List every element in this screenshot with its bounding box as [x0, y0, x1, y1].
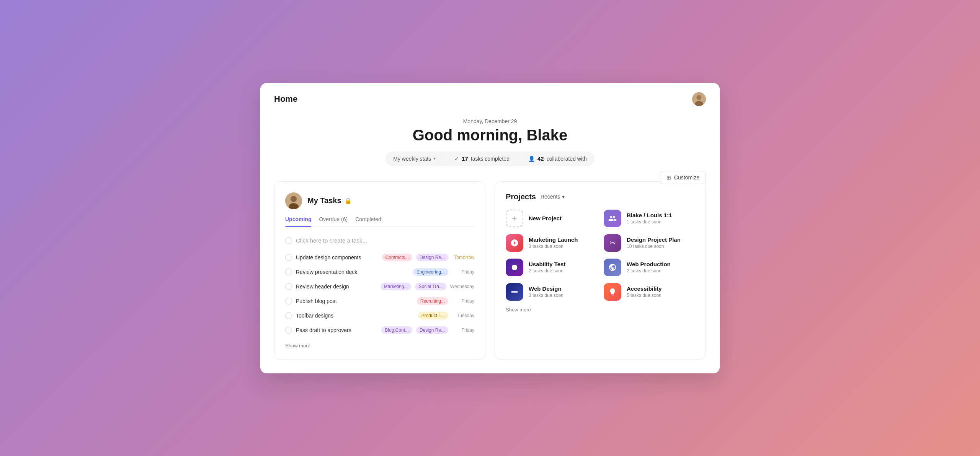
- project-name: Web Production: [627, 261, 671, 267]
- weekly-stats-dropdown[interactable]: My weekly stats ▾: [393, 156, 436, 162]
- task-name: Review header design: [296, 283, 377, 290]
- weekly-stats-label: My weekly stats: [393, 156, 431, 162]
- project-tasks-label: 10 tasks due soon: [627, 244, 681, 249]
- task-tag[interactable]: Marketing...: [381, 283, 412, 290]
- tasks-completed-label: tasks completed: [471, 156, 510, 162]
- task-checkbox[interactable]: [285, 283, 292, 290]
- project-info: Usability Test2 tasks due soon: [529, 261, 565, 274]
- task-tag[interactable]: Design Re...: [416, 326, 448, 334]
- task-row[interactable]: Pass draft to approversBlog Cont...Desig…: [285, 323, 474, 337]
- create-task-input[interactable]: Click here to create a task...: [285, 233, 474, 248]
- task-name: Review presentation deck: [296, 269, 409, 275]
- project-item[interactable]: Usability Test2 tasks due soon: [506, 259, 597, 276]
- task-tag[interactable]: Contracts...: [382, 254, 412, 261]
- task-tag[interactable]: Social Tra...: [415, 283, 446, 290]
- project-item[interactable]: +New Project: [506, 210, 597, 227]
- my-tasks-title-row: My Tasks 🔒: [307, 196, 352, 205]
- task-list: Update design componentsContracts...Desi…: [285, 250, 474, 337]
- task-due-date: Tuesday: [452, 313, 474, 318]
- projects-panel: Projects Recents ▾ +New ProjectBlake / L…: [495, 181, 706, 360]
- chevron-down-icon: ▾: [433, 156, 436, 161]
- svg-point-6: [512, 264, 518, 270]
- project-icon: ✂: [604, 234, 621, 252]
- lock-icon: 🔒: [345, 197, 352, 204]
- task-row[interactable]: Review header designMarketing...Social T…: [285, 279, 474, 294]
- task-row[interactable]: Publish blog postRecruiting...Friday: [285, 294, 474, 308]
- project-name: New Project: [529, 215, 562, 221]
- project-name: Usability Test: [529, 261, 565, 267]
- project-item[interactable]: Blake / Louis 1:11 tasks due soon: [604, 210, 695, 227]
- projects-show-more[interactable]: Show more: [506, 307, 695, 313]
- collaborated-stat: 👤 42 collaborated with: [528, 155, 587, 162]
- customize-button[interactable]: ⊞ Customize: [660, 171, 706, 184]
- project-icon: +: [506, 210, 523, 227]
- project-item[interactable]: Web Design3 tasks due soon: [506, 283, 597, 301]
- task-row[interactable]: Update design componentsContracts...Desi…: [285, 250, 474, 265]
- project-icon: [506, 259, 523, 276]
- project-info: Web Production2 tasks due soon: [627, 261, 671, 274]
- tasks-completed-num: 17: [462, 155, 468, 162]
- task-tabs: Upcoming Overdue (6) Completed: [285, 216, 474, 226]
- project-info: Web Design3 tasks due soon: [529, 285, 564, 298]
- task-row[interactable]: Review presentation deckEngineering...Fr…: [285, 265, 474, 279]
- project-info: Design Project Plan10 tasks due soon: [627, 236, 681, 249]
- tab-completed[interactable]: Completed: [355, 216, 381, 227]
- project-icon: [506, 283, 523, 301]
- task-tag[interactable]: Engineering...: [413, 268, 448, 276]
- task-name: Toolbar designs: [296, 313, 414, 319]
- task-row[interactable]: Toolbar designsProduct L...Tuesday: [285, 308, 474, 323]
- task-due-date: Wednesday: [450, 284, 474, 289]
- task-checkbox[interactable]: [285, 327, 292, 334]
- task-name: Pass draft to approvers: [296, 327, 377, 333]
- tasks-show-more[interactable]: Show more: [285, 343, 474, 349]
- project-icon: [604, 259, 621, 276]
- tab-overdue[interactable]: Overdue (6): [319, 216, 348, 227]
- project-tasks-label: 2 tasks due soon: [627, 268, 671, 274]
- project-name: Web Design: [529, 285, 564, 292]
- project-tasks-label: 3 tasks due soon: [529, 244, 578, 249]
- create-task-placeholder: Click here to create a task...: [296, 237, 367, 244]
- task-tag[interactable]: Product L...: [418, 312, 448, 319]
- svg-point-1: [696, 95, 701, 100]
- header: Home: [260, 83, 720, 106]
- collaborated-label: collaborated with: [547, 156, 587, 162]
- recents-dropdown[interactable]: Recents ▾: [541, 194, 565, 200]
- task-name: Publish blog post: [296, 298, 413, 304]
- create-task-icon: [285, 237, 292, 244]
- tab-upcoming[interactable]: Upcoming: [285, 216, 311, 227]
- project-item[interactable]: Web Production2 tasks due soon: [604, 259, 695, 276]
- recents-label: Recents: [541, 194, 560, 200]
- project-icon: [604, 283, 621, 301]
- hero-section: Monday, December 29 Good morning, Blake …: [260, 106, 720, 175]
- project-tasks-label: 1 tasks due soon: [627, 219, 672, 225]
- task-checkbox[interactable]: [285, 269, 292, 275]
- task-tag[interactable]: Recruiting...: [417, 297, 448, 305]
- my-tasks-title: My Tasks: [307, 196, 341, 205]
- task-checkbox[interactable]: [285, 254, 292, 261]
- project-info: Blake / Louis 1:11 tasks due soon: [627, 212, 672, 225]
- task-due-date: Tomorrow: [452, 255, 474, 260]
- task-tag[interactable]: Blog Cont...: [381, 326, 412, 334]
- app-window: Home Monday, December 29 Good morning, B…: [260, 83, 720, 373]
- recents-chevron-icon: ▾: [562, 194, 565, 200]
- project-item[interactable]: Accessibility5 tasks due soon: [604, 283, 695, 301]
- project-item[interactable]: Marketing Launch3 tasks due soon: [506, 234, 597, 252]
- task-checkbox[interactable]: [285, 312, 292, 319]
- project-tasks-label: 3 tasks due soon: [529, 293, 564, 298]
- project-name: Marketing Launch: [529, 236, 578, 243]
- collaborated-num: 42: [537, 155, 544, 162]
- user-avatar-small: [285, 192, 302, 209]
- task-due-date: Friday: [452, 269, 474, 275]
- project-item[interactable]: ✂Design Project Plan10 tasks due soon: [604, 234, 695, 252]
- avatar[interactable]: [692, 92, 706, 106]
- svg-point-4: [291, 196, 297, 202]
- stats-divider-2: [519, 155, 519, 162]
- project-name: Blake / Louis 1:1: [627, 212, 672, 218]
- project-name: Accessibility: [627, 285, 662, 292]
- task-tag[interactable]: Design Re...: [416, 254, 448, 261]
- project-name: Design Project Plan: [627, 236, 681, 243]
- project-tasks-label: 2 tasks due soon: [529, 268, 565, 274]
- project-icon: [506, 234, 523, 252]
- task-checkbox[interactable]: [285, 298, 292, 305]
- customize-label: Customize: [674, 174, 699, 181]
